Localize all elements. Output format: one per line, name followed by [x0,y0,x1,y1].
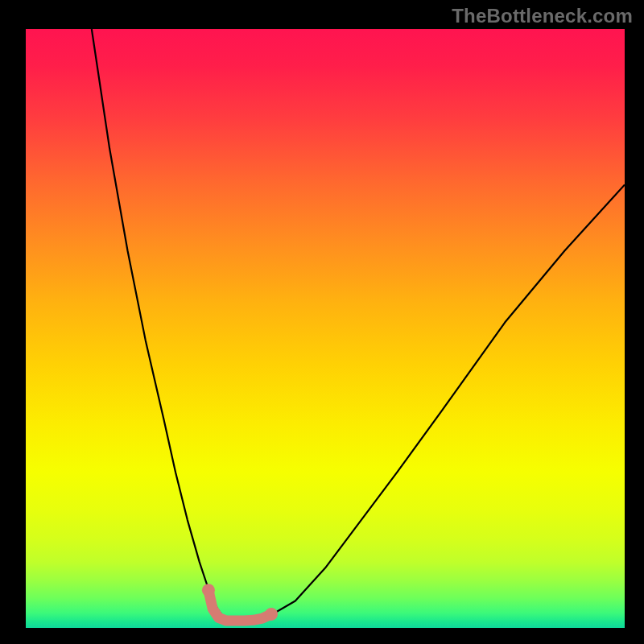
series-optimal-zone-marker-endpoint [265,608,278,621]
series-optimal-zone-marker [208,590,271,621]
series-bottleneck-curve [92,29,625,621]
plot-area [26,29,625,628]
watermark-text: TheBottleneck.com [452,5,633,27]
curve-layer [26,29,625,628]
series-optimal-zone-marker-endpoint [202,584,215,597]
plot-outer [0,0,644,644]
chart-frame: TheBottleneck.com [0,0,644,644]
